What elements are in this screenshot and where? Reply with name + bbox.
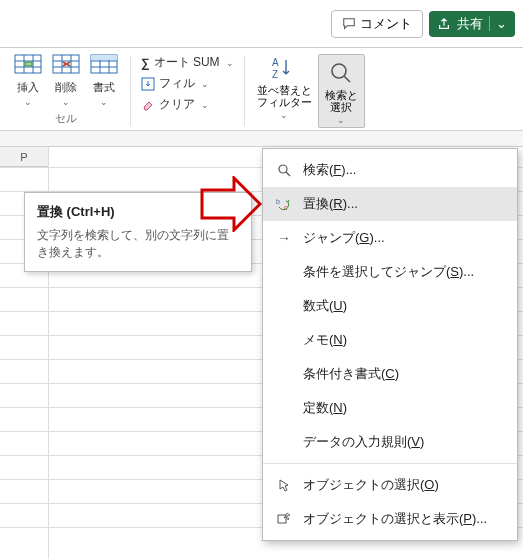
column-header-p[interactable]: P bbox=[0, 147, 48, 167]
svg-point-24 bbox=[279, 165, 287, 173]
format-button[interactable]: 書式 ⌄ bbox=[90, 54, 118, 107]
menu-label: ジャンプ(G)... bbox=[303, 229, 385, 247]
svg-text:A: A bbox=[272, 57, 279, 68]
delete-label: 削除 bbox=[55, 80, 77, 95]
find-select-label-2: 選択 bbox=[330, 101, 352, 113]
menu-label: 定数(N) bbox=[303, 399, 347, 417]
menu-label: 置換(R)... bbox=[303, 195, 358, 213]
title-bar: コメント 共有 ⌄ bbox=[0, 0, 523, 48]
clear-label: クリア bbox=[159, 96, 195, 113]
menu-find[interactable]: 検索(F)... bbox=[263, 153, 517, 187]
delete-cells-icon bbox=[52, 54, 80, 78]
clear-button[interactable]: クリア ⌄ bbox=[141, 96, 234, 113]
svg-point-22 bbox=[332, 64, 346, 78]
chevron-down-icon: ⌄ bbox=[201, 100, 209, 110]
sort-filter-label-2: フィルター bbox=[257, 96, 312, 108]
find-select-button[interactable]: 検索と選択 ⌄ bbox=[318, 54, 365, 128]
share-icon bbox=[437, 17, 451, 31]
cursor-icon bbox=[277, 478, 291, 492]
svg-rect-5 bbox=[25, 62, 32, 66]
insert-button[interactable]: 挿入 ⌄ bbox=[14, 54, 42, 107]
svg-text:Z: Z bbox=[272, 69, 278, 80]
share-button[interactable]: 共有 ⌄ bbox=[429, 11, 515, 37]
svg-text:b: b bbox=[276, 198, 280, 205]
fill-down-icon bbox=[141, 77, 155, 91]
menu-label: オブジェクトの選択(O) bbox=[303, 476, 439, 494]
menu-constants[interactable]: 定数(N) bbox=[263, 391, 517, 425]
sort-filter-icon: AZ bbox=[270, 54, 298, 82]
cells-group-label: セル bbox=[55, 111, 77, 126]
magnifier-icon bbox=[327, 59, 355, 87]
autosum-button[interactable]: ∑ オート SUM ⌄ bbox=[141, 54, 234, 71]
goto-arrow-icon: → bbox=[275, 230, 293, 246]
separator bbox=[244, 56, 245, 126]
menu-label: 検索(F)... bbox=[303, 161, 356, 179]
insert-label: 挿入 bbox=[17, 80, 39, 95]
chevron-down-icon: ⌄ bbox=[280, 110, 288, 120]
ribbon: 挿入 ⌄ 削除 ⌄ 書式 ⌄ セル ∑ オート SUM ⌄ フィル ⌄ bbox=[0, 48, 523, 131]
comments-button[interactable]: コメント bbox=[331, 10, 423, 38]
menu-goto-special[interactable]: 条件を選択してジャンプ(S)... bbox=[263, 255, 517, 289]
eraser-icon bbox=[141, 98, 155, 112]
menu-selection-pane[interactable]: オブジェクトの選択と表示(P)... bbox=[263, 502, 517, 536]
menu-formulas[interactable]: 数式(U) bbox=[263, 289, 517, 323]
menu-label: データの入力規則(V) bbox=[303, 433, 424, 451]
cells-group: 挿入 ⌄ 削除 ⌄ 書式 ⌄ セル bbox=[8, 54, 124, 126]
menu-label: 条件を選択してジャンプ(S)... bbox=[303, 263, 474, 281]
replace-icon: bc bbox=[276, 197, 292, 211]
sort-filter-label-1: 並べ替えと bbox=[257, 84, 312, 96]
menu-label: メモ(N) bbox=[303, 331, 347, 349]
menu-label: オブジェクトの選択と表示(P)... bbox=[303, 510, 487, 528]
svg-line-23 bbox=[344, 76, 350, 82]
chevron-down-icon: ⌄ bbox=[337, 115, 345, 125]
insert-cells-icon bbox=[14, 54, 42, 78]
share-chevron[interactable]: ⌄ bbox=[489, 16, 507, 31]
format-cells-icon bbox=[90, 54, 118, 78]
svg-rect-18 bbox=[91, 55, 117, 60]
editing-group: ∑ オート SUM ⌄ フィル ⌄ クリア ⌄ bbox=[137, 54, 238, 113]
chevron-down-icon: ⌄ bbox=[24, 97, 32, 107]
sort-filter-button[interactable]: AZ 並べ替えとフィルター ⌄ bbox=[251, 54, 318, 120]
menu-replace[interactable]: bc 置換(R)... bbox=[263, 187, 517, 221]
format-label: 書式 bbox=[93, 80, 115, 95]
find-select-menu: 検索(F)... bc 置換(R)... → ジャンプ(G)... 条件を選択し… bbox=[262, 148, 518, 541]
menu-separator bbox=[263, 463, 517, 464]
magnifier-icon bbox=[277, 163, 291, 177]
fill-button[interactable]: フィル ⌄ bbox=[141, 75, 234, 92]
annotation-arrow bbox=[200, 176, 264, 232]
tooltip-body: 文字列を検索して、別の文字列に置き換えます。 bbox=[37, 227, 239, 261]
menu-goto[interactable]: → ジャンプ(G)... bbox=[263, 221, 517, 255]
chevron-down-icon: ⌄ bbox=[201, 79, 209, 89]
menu-conditional-format[interactable]: 条件付き書式(C) bbox=[263, 357, 517, 391]
menu-label: 条件付き書式(C) bbox=[303, 365, 399, 383]
delete-button[interactable]: 削除 ⌄ bbox=[52, 54, 80, 107]
chevron-down-icon: ⌄ bbox=[62, 97, 70, 107]
comments-label: コメント bbox=[360, 15, 412, 33]
sigma-icon: ∑ bbox=[141, 56, 150, 70]
menu-label: 数式(U) bbox=[303, 297, 347, 315]
chevron-down-icon: ⌄ bbox=[226, 58, 234, 68]
comment-icon bbox=[342, 17, 356, 31]
menu-notes[interactable]: メモ(N) bbox=[263, 323, 517, 357]
chevron-down-icon: ⌄ bbox=[100, 97, 108, 107]
autosum-label: オート SUM bbox=[154, 54, 220, 71]
menu-data-validation[interactable]: データの入力規則(V) bbox=[263, 425, 517, 459]
separator bbox=[130, 56, 131, 126]
selection-pane-icon bbox=[277, 512, 291, 526]
menu-select-objects[interactable]: オブジェクトの選択(O) bbox=[263, 468, 517, 502]
fill-label: フィル bbox=[159, 75, 195, 92]
share-label: 共有 bbox=[457, 15, 483, 33]
svg-line-25 bbox=[286, 172, 290, 176]
find-select-label-1: 検索と bbox=[325, 89, 358, 101]
